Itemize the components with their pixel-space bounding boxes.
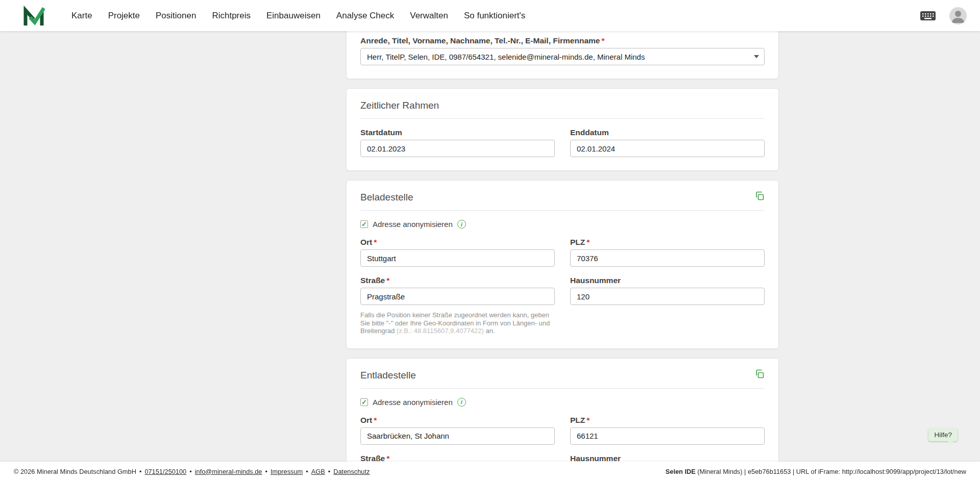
- nav-item-verwalten[interactable]: Verwalten: [410, 11, 448, 21]
- required-mark: *: [601, 36, 604, 45]
- footer-left: © 2026 Mineral Minds Deutschland GmbH • …: [14, 468, 370, 475]
- contact-select[interactable]: Herr, TitelP, Selen, IDE, 0987/654321, s…: [360, 48, 765, 65]
- footer-datenschutz-link[interactable]: Datenschutz: [333, 468, 370, 475]
- label-text: Straße: [360, 276, 385, 285]
- bel-plz-field: PLZ*: [570, 238, 765, 267]
- label-text: Straße: [360, 454, 385, 462]
- zeitlicher-rahmen-card: Zeitlicher Rahmen Startdatum Enddatum: [346, 88, 779, 171]
- contact-card: Anrede, Titel, Vorname, Nachname, Tel.-N…: [346, 31, 779, 79]
- label-text: Ort: [360, 416, 372, 424]
- bel-strasse-input[interactable]: [360, 288, 555, 305]
- nav-item-einbauweisen[interactable]: Einbauweisen: [266, 11, 321, 21]
- contact-label-text: Anrede, Titel, Vorname, Nachname, Tel.-N…: [360, 36, 600, 45]
- enddatum-label: Enddatum: [570, 128, 765, 137]
- nav-item-so-funktionierts[interactable]: So funktioniert's: [464, 11, 525, 21]
- ent-plz-input[interactable]: [570, 427, 765, 445]
- strasse-help-text: Falls die Position keiner Straße zugeord…: [360, 311, 555, 335]
- bel-ort-field: Ort*: [360, 238, 555, 267]
- bel-hausnummer-label: Hausnummer: [570, 276, 765, 285]
- divider: [360, 210, 765, 211]
- ent-hausnummer-field: Hausnummer: [570, 454, 765, 462]
- ent-plz-field: PLZ*: [570, 416, 765, 445]
- help-button[interactable]: Hilfe?: [928, 428, 958, 441]
- user-avatar[interactable]: [949, 7, 967, 24]
- footer-email-link[interactable]: info@mineral-minds.de: [195, 468, 262, 475]
- ent-plz-label: PLZ*: [570, 416, 765, 425]
- ent-ort-input[interactable]: [360, 427, 555, 445]
- bel-plz-input[interactable]: [570, 249, 765, 267]
- nav-item-karte[interactable]: Karte: [71, 11, 92, 21]
- startdatum-input[interactable]: [360, 140, 555, 157]
- bel-anonymize-checkbox[interactable]: ✓: [360, 220, 368, 228]
- enddatum-field: Enddatum: [570, 128, 765, 157]
- ent-ort-label: Ort*: [360, 416, 555, 425]
- startdatum-label: Startdatum: [360, 128, 555, 137]
- bel-hausnummer-input[interactable]: [570, 288, 765, 305]
- footer-separator: •: [189, 468, 191, 475]
- bel-anonymize-row: ✓ Adresse anonymisieren i: [360, 220, 765, 229]
- required-mark: *: [374, 416, 377, 424]
- copy-icon[interactable]: [754, 191, 765, 201]
- required-mark: *: [386, 276, 389, 285]
- bel-ort-label: Ort*: [360, 238, 555, 247]
- footer-agb-link[interactable]: AGB: [311, 468, 325, 475]
- beladestelle-title: Beladestelle: [360, 192, 413, 203]
- label-text: PLZ: [570, 416, 585, 424]
- ent-anonymize-checkbox[interactable]: ✓: [360, 398, 368, 406]
- info-icon[interactable]: i: [457, 398, 466, 407]
- label-text: PLZ: [570, 238, 585, 246]
- zeitlicher-rahmen-title: Zeitlicher Rahmen: [360, 100, 765, 111]
- form-column: Anrede, Titel, Vorname, Nachname, Tel.-N…: [346, 31, 779, 462]
- chevron-down-icon: [754, 55, 759, 58]
- bel-ort-input[interactable]: [360, 249, 555, 267]
- beladestelle-head: Beladestelle: [360, 192, 765, 203]
- help-text-suffix: an.: [484, 327, 495, 335]
- bel-anonymize-label: Adresse anonymisieren: [373, 220, 453, 229]
- nav-item-projekte[interactable]: Projekte: [108, 11, 140, 21]
- beladestelle-grid: Ort* PLZ* Straße* Hausnummer Falls die P…: [360, 238, 765, 335]
- check-icon: ✓: [361, 221, 367, 227]
- label-text: Ort: [360, 238, 372, 246]
- bel-plz-label: PLZ*: [570, 238, 765, 247]
- logo[interactable]: [22, 6, 45, 26]
- entladestelle-title: Entladestelle: [360, 370, 416, 381]
- nav-item-positionen[interactable]: Positionen: [156, 11, 196, 21]
- bel-strasse-field: Straße*: [360, 276, 555, 305]
- check-icon: ✓: [361, 399, 367, 406]
- footer-separator: •: [306, 468, 308, 475]
- ent-anonymize-row: ✓ Adresse anonymisieren i: [360, 398, 765, 407]
- nav-item-richtpreis[interactable]: Richtpreis: [212, 11, 251, 21]
- info-glyph: i: [461, 221, 462, 227]
- footer-separator: •: [328, 468, 330, 475]
- divider: [360, 388, 765, 389]
- footer-system-name: Selen IDE: [666, 468, 696, 475]
- copy-icon[interactable]: [754, 369, 765, 379]
- footer-separator: •: [265, 468, 267, 475]
- bel-hausnummer-field: Hausnummer: [570, 276, 765, 305]
- main-nav: Karte Projekte Positionen Richtpreis Ein…: [71, 11, 525, 21]
- navbar: Karte Projekte Positionen Richtpreis Ein…: [0, 0, 980, 31]
- keyboard-icon[interactable]: [920, 9, 936, 22]
- contact-label: Anrede, Titel, Vorname, Nachname, Tel.-N…: [360, 36, 765, 45]
- info-glyph: i: [461, 399, 462, 405]
- enddatum-input[interactable]: [570, 140, 765, 157]
- person-icon: [949, 7, 967, 24]
- info-icon[interactable]: i: [457, 220, 466, 229]
- footer-system-details: (Mineral Minds) | e5eb76b11653 | URL of …: [696, 468, 966, 475]
- timeframe-grid: Startdatum Enddatum: [360, 128, 765, 157]
- footer-impressum-link[interactable]: Impressum: [271, 468, 303, 475]
- ent-ort-field: Ort*: [360, 416, 555, 445]
- beladestelle-card: Beladestelle ✓ Adresse anonymisieren i O…: [346, 180, 779, 349]
- help-text-example: (z.B.: 48.8115607,9.4077422): [397, 327, 484, 335]
- required-mark: *: [374, 238, 377, 246]
- entladestelle-grid: Ort* PLZ* Straße* Hausnummer: [360, 416, 765, 462]
- entladestelle-card: Entladestelle ✓ Adresse anonymisieren i …: [346, 358, 779, 462]
- bel-strasse-label: Straße*: [360, 276, 555, 285]
- footer-phone-link[interactable]: 07151/250100: [144, 468, 186, 475]
- required-mark: *: [586, 416, 590, 424]
- ent-strasse-label: Straße*: [360, 454, 555, 462]
- nav-item-analyse-check[interactable]: Analyse Check: [336, 11, 394, 21]
- ent-hausnummer-label: Hausnummer: [570, 454, 765, 462]
- footer-separator: •: [139, 468, 141, 475]
- footer-system-info: Selen IDE (Mineral Minds) | e5eb76b11653…: [666, 468, 966, 475]
